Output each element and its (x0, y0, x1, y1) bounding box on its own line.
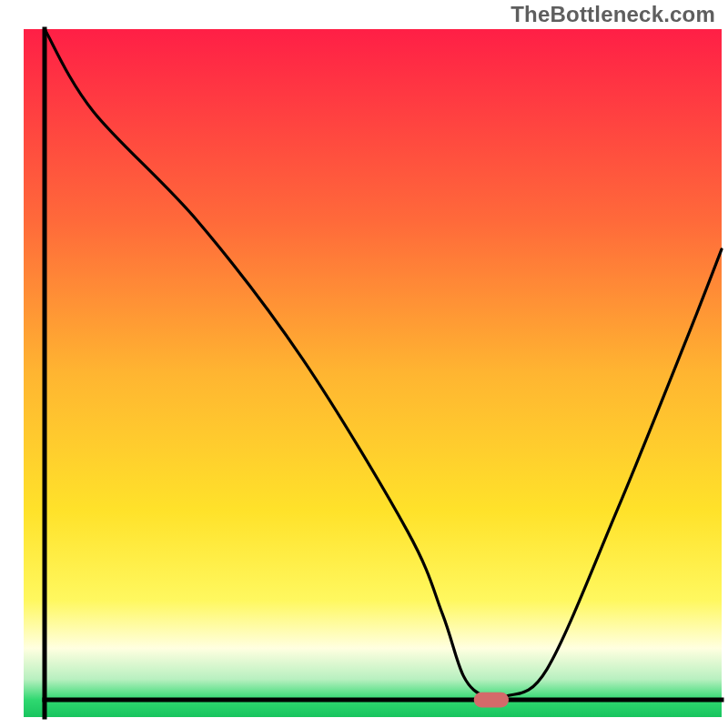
bottleneck-chart (0, 0, 728, 728)
chart-container: TheBottleneck.com (0, 0, 728, 728)
plot-area (24, 29, 722, 717)
gradient-background (24, 29, 722, 717)
optimal-marker (474, 693, 509, 708)
